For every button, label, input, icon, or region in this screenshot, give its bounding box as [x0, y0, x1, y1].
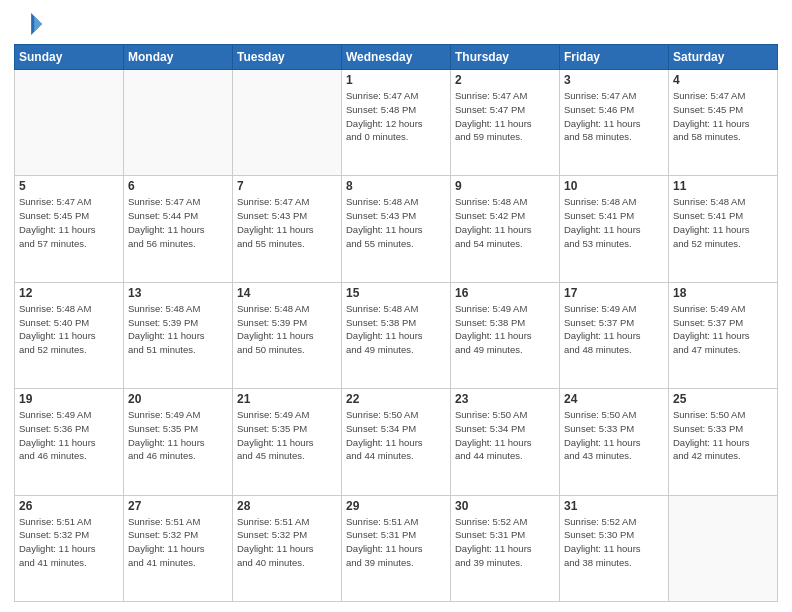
day-cell: 16Sunrise: 5:49 AMSunset: 5:38 PMDayligh…: [451, 282, 560, 388]
header-cell-friday: Friday: [560, 45, 669, 70]
day-number: 7: [237, 179, 337, 193]
day-cell: 31Sunrise: 5:52 AMSunset: 5:30 PMDayligh…: [560, 495, 669, 601]
day-cell: 12Sunrise: 5:48 AMSunset: 5:40 PMDayligh…: [15, 282, 124, 388]
day-info: Sunrise: 5:48 AMSunset: 5:39 PMDaylight:…: [128, 302, 228, 357]
day-info: Sunrise: 5:48 AMSunset: 5:39 PMDaylight:…: [237, 302, 337, 357]
day-info: Sunrise: 5:51 AMSunset: 5:32 PMDaylight:…: [19, 515, 119, 570]
day-info: Sunrise: 5:51 AMSunset: 5:31 PMDaylight:…: [346, 515, 446, 570]
calendar-body: 1Sunrise: 5:47 AMSunset: 5:48 PMDaylight…: [15, 70, 778, 602]
week-row-3: 19Sunrise: 5:49 AMSunset: 5:36 PMDayligh…: [15, 389, 778, 495]
day-number: 18: [673, 286, 773, 300]
day-cell: 4Sunrise: 5:47 AMSunset: 5:45 PMDaylight…: [669, 70, 778, 176]
logo-icon: [14, 10, 42, 38]
day-cell: [233, 70, 342, 176]
day-cell: 2Sunrise: 5:47 AMSunset: 5:47 PMDaylight…: [451, 70, 560, 176]
day-info: Sunrise: 5:47 AMSunset: 5:48 PMDaylight:…: [346, 89, 446, 144]
day-info: Sunrise: 5:47 AMSunset: 5:45 PMDaylight:…: [673, 89, 773, 144]
day-cell: 23Sunrise: 5:50 AMSunset: 5:34 PMDayligh…: [451, 389, 560, 495]
day-number: 31: [564, 499, 664, 513]
day-number: 21: [237, 392, 337, 406]
day-cell: [15, 70, 124, 176]
day-cell: 28Sunrise: 5:51 AMSunset: 5:32 PMDayligh…: [233, 495, 342, 601]
day-cell: 10Sunrise: 5:48 AMSunset: 5:41 PMDayligh…: [560, 176, 669, 282]
day-number: 27: [128, 499, 228, 513]
day-info: Sunrise: 5:50 AMSunset: 5:34 PMDaylight:…: [346, 408, 446, 463]
day-number: 29: [346, 499, 446, 513]
day-cell: 21Sunrise: 5:49 AMSunset: 5:35 PMDayligh…: [233, 389, 342, 495]
header-cell-thursday: Thursday: [451, 45, 560, 70]
day-info: Sunrise: 5:47 AMSunset: 5:46 PMDaylight:…: [564, 89, 664, 144]
calendar-table: SundayMondayTuesdayWednesdayThursdayFrid…: [14, 44, 778, 602]
day-number: 1: [346, 73, 446, 87]
day-info: Sunrise: 5:47 AMSunset: 5:43 PMDaylight:…: [237, 195, 337, 250]
day-info: Sunrise: 5:49 AMSunset: 5:37 PMDaylight:…: [673, 302, 773, 357]
header-cell-monday: Monday: [124, 45, 233, 70]
day-number: 12: [19, 286, 119, 300]
day-cell: 1Sunrise: 5:47 AMSunset: 5:48 PMDaylight…: [342, 70, 451, 176]
day-cell: 15Sunrise: 5:48 AMSunset: 5:38 PMDayligh…: [342, 282, 451, 388]
day-cell: [124, 70, 233, 176]
page-container: SundayMondayTuesdayWednesdayThursdayFrid…: [0, 0, 792, 612]
header: [14, 10, 778, 38]
day-cell: 7Sunrise: 5:47 AMSunset: 5:43 PMDaylight…: [233, 176, 342, 282]
day-info: Sunrise: 5:51 AMSunset: 5:32 PMDaylight:…: [237, 515, 337, 570]
day-number: 24: [564, 392, 664, 406]
header-cell-sunday: Sunday: [15, 45, 124, 70]
day-number: 9: [455, 179, 555, 193]
day-number: 19: [19, 392, 119, 406]
day-cell: 13Sunrise: 5:48 AMSunset: 5:39 PMDayligh…: [124, 282, 233, 388]
day-cell: 26Sunrise: 5:51 AMSunset: 5:32 PMDayligh…: [15, 495, 124, 601]
day-number: 17: [564, 286, 664, 300]
day-cell: 20Sunrise: 5:49 AMSunset: 5:35 PMDayligh…: [124, 389, 233, 495]
day-cell: 8Sunrise: 5:48 AMSunset: 5:43 PMDaylight…: [342, 176, 451, 282]
day-number: 2: [455, 73, 555, 87]
header-cell-tuesday: Tuesday: [233, 45, 342, 70]
day-number: 26: [19, 499, 119, 513]
day-info: Sunrise: 5:50 AMSunset: 5:33 PMDaylight:…: [673, 408, 773, 463]
day-cell: 14Sunrise: 5:48 AMSunset: 5:39 PMDayligh…: [233, 282, 342, 388]
day-info: Sunrise: 5:49 AMSunset: 5:35 PMDaylight:…: [237, 408, 337, 463]
day-cell: 24Sunrise: 5:50 AMSunset: 5:33 PMDayligh…: [560, 389, 669, 495]
day-number: 16: [455, 286, 555, 300]
day-info: Sunrise: 5:48 AMSunset: 5:41 PMDaylight:…: [564, 195, 664, 250]
day-info: Sunrise: 5:48 AMSunset: 5:42 PMDaylight:…: [455, 195, 555, 250]
day-info: Sunrise: 5:49 AMSunset: 5:35 PMDaylight:…: [128, 408, 228, 463]
day-cell: 25Sunrise: 5:50 AMSunset: 5:33 PMDayligh…: [669, 389, 778, 495]
logo: [14, 10, 46, 38]
day-cell: 27Sunrise: 5:51 AMSunset: 5:32 PMDayligh…: [124, 495, 233, 601]
day-cell: [669, 495, 778, 601]
day-number: 5: [19, 179, 119, 193]
day-cell: 17Sunrise: 5:49 AMSunset: 5:37 PMDayligh…: [560, 282, 669, 388]
calendar-header: SundayMondayTuesdayWednesdayThursdayFrid…: [15, 45, 778, 70]
day-cell: 22Sunrise: 5:50 AMSunset: 5:34 PMDayligh…: [342, 389, 451, 495]
day-number: 10: [564, 179, 664, 193]
week-row-2: 12Sunrise: 5:48 AMSunset: 5:40 PMDayligh…: [15, 282, 778, 388]
day-info: Sunrise: 5:47 AMSunset: 5:47 PMDaylight:…: [455, 89, 555, 144]
day-number: 15: [346, 286, 446, 300]
day-cell: 29Sunrise: 5:51 AMSunset: 5:31 PMDayligh…: [342, 495, 451, 601]
header-cell-wednesday: Wednesday: [342, 45, 451, 70]
day-info: Sunrise: 5:47 AMSunset: 5:44 PMDaylight:…: [128, 195, 228, 250]
day-info: Sunrise: 5:52 AMSunset: 5:30 PMDaylight:…: [564, 515, 664, 570]
day-cell: 30Sunrise: 5:52 AMSunset: 5:31 PMDayligh…: [451, 495, 560, 601]
day-cell: 9Sunrise: 5:48 AMSunset: 5:42 PMDaylight…: [451, 176, 560, 282]
day-number: 4: [673, 73, 773, 87]
day-number: 14: [237, 286, 337, 300]
day-info: Sunrise: 5:48 AMSunset: 5:41 PMDaylight:…: [673, 195, 773, 250]
day-number: 13: [128, 286, 228, 300]
day-cell: 6Sunrise: 5:47 AMSunset: 5:44 PMDaylight…: [124, 176, 233, 282]
day-number: 28: [237, 499, 337, 513]
day-info: Sunrise: 5:48 AMSunset: 5:38 PMDaylight:…: [346, 302, 446, 357]
day-number: 25: [673, 392, 773, 406]
week-row-4: 26Sunrise: 5:51 AMSunset: 5:32 PMDayligh…: [15, 495, 778, 601]
day-number: 22: [346, 392, 446, 406]
day-info: Sunrise: 5:50 AMSunset: 5:34 PMDaylight:…: [455, 408, 555, 463]
day-cell: 18Sunrise: 5:49 AMSunset: 5:37 PMDayligh…: [669, 282, 778, 388]
week-row-0: 1Sunrise: 5:47 AMSunset: 5:48 PMDaylight…: [15, 70, 778, 176]
day-cell: 19Sunrise: 5:49 AMSunset: 5:36 PMDayligh…: [15, 389, 124, 495]
day-number: 6: [128, 179, 228, 193]
day-info: Sunrise: 5:48 AMSunset: 5:40 PMDaylight:…: [19, 302, 119, 357]
day-number: 20: [128, 392, 228, 406]
day-info: Sunrise: 5:49 AMSunset: 5:37 PMDaylight:…: [564, 302, 664, 357]
day-cell: 3Sunrise: 5:47 AMSunset: 5:46 PMDaylight…: [560, 70, 669, 176]
